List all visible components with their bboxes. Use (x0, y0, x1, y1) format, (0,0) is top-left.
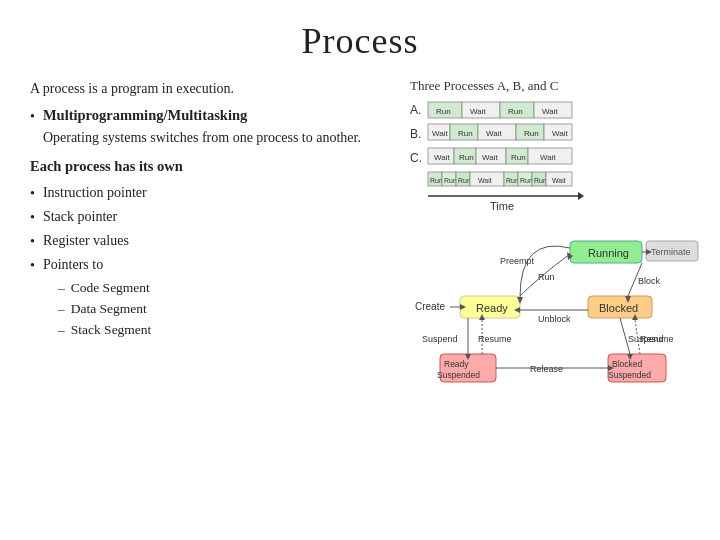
svg-text:Wait: Wait (552, 177, 566, 184)
dash-3: – (58, 320, 65, 340)
svg-text:Run: Run (524, 129, 539, 138)
svg-text:Block: Block (638, 276, 661, 286)
sub-data-segment: – Data Segment (58, 299, 390, 319)
svg-text:Blocked: Blocked (599, 302, 638, 314)
bullet-dot-1: • (30, 106, 35, 127)
bullet-dot-2: • (30, 183, 35, 204)
svg-text:Wait: Wait (470, 107, 486, 116)
svg-text:Wait: Wait (434, 153, 450, 162)
svg-text:Release: Release (530, 364, 563, 374)
register-values-text: Register values (43, 230, 129, 251)
svg-text:Run: Run (436, 107, 451, 116)
dash-2: – (58, 299, 65, 319)
right-column: Three Processes A, B, and C A. Run Wait … (410, 78, 700, 401)
svg-text:Wait: Wait (542, 107, 558, 116)
code-segment-text: Code Segment (71, 278, 150, 298)
svg-text:Suspended: Suspended (608, 370, 651, 380)
bullet-dot-3: • (30, 207, 35, 228)
bullet-stack-pointer: • Stack pointer (30, 206, 390, 228)
svg-text:C.: C. (410, 151, 422, 165)
svg-text:Wait: Wait (432, 129, 448, 138)
data-segment-text: Data Segment (71, 299, 147, 319)
left-column: A process is a program in execution. • M… (30, 78, 390, 401)
svg-text:Unblock: Unblock (538, 314, 571, 324)
svg-text:Run: Run (511, 153, 526, 162)
svg-text:Run: Run (459, 153, 474, 162)
content-area: A process is a program in execution. • M… (0, 78, 720, 401)
svg-text:Resume: Resume (640, 334, 674, 344)
bullet-dot-4: • (30, 231, 35, 252)
section-each-process: Each process has its own (30, 156, 390, 178)
svg-text:Run: Run (538, 272, 555, 282)
svg-text:B.: B. (410, 127, 421, 141)
instruction-pointer-text: Instruction pointer (43, 182, 147, 203)
svg-text:Create: Create (415, 301, 445, 312)
svg-text:Wait: Wait (478, 177, 492, 184)
svg-text:Wait: Wait (552, 129, 568, 138)
dash-1: – (58, 278, 65, 298)
svg-text:Wait: Wait (540, 153, 556, 162)
svg-text:Wait: Wait (482, 153, 498, 162)
svg-text:Suspend: Suspend (422, 334, 458, 344)
stack-segment-text: Stack Segment (71, 320, 152, 340)
page-title: Process (0, 0, 720, 78)
bullet-register-values: • Register values (30, 230, 390, 252)
svg-text:Terminate: Terminate (651, 247, 691, 257)
bullet-pointers-to: • Pointers to (30, 254, 390, 276)
bullet-multiprogramming: • Multiprogramming/Multitasking Operatin… (30, 105, 390, 148)
svg-text:Resume: Resume (478, 334, 512, 344)
bullet-instruction-pointer: • Instruction pointer (30, 182, 390, 204)
stack-pointer-text: Stack pointer (43, 206, 117, 227)
svg-text:Wait: Wait (486, 129, 502, 138)
right-title: Three Processes A, B, and C (410, 78, 558, 94)
svg-text:Time: Time (490, 200, 514, 212)
svg-text:Preempt: Preempt (500, 256, 535, 266)
svg-text:Blocked: Blocked (612, 359, 643, 369)
pointers-to-text: Pointers to (43, 254, 103, 275)
bullet-dot-5: • (30, 255, 35, 276)
svg-text:Run: Run (508, 107, 523, 116)
multiprogramming-label: Multiprogramming/Multitasking (43, 107, 247, 123)
sub-code-segment: – Code Segment (58, 278, 390, 298)
svg-text:Suspended: Suspended (437, 370, 480, 380)
intro-text: A process is a program in execution. (30, 78, 390, 99)
svg-text:Running: Running (588, 247, 629, 259)
svg-text:Ready: Ready (476, 302, 508, 314)
processes-diagram: A. Run Wait Run Wait B. Wait Run Wait Ru… (410, 100, 700, 230)
sub-stack-segment: – Stack Segment (58, 320, 390, 340)
svg-marker-48 (578, 192, 584, 200)
svg-text:Ready: Ready (444, 359, 469, 369)
state-diagram: Running Terminate Ready Blocked Create R… (410, 236, 700, 401)
svg-text:Run: Run (458, 129, 473, 138)
multiprogramming-desc: Operating systems switches from one proc… (43, 130, 361, 145)
svg-text:A.: A. (410, 103, 421, 117)
